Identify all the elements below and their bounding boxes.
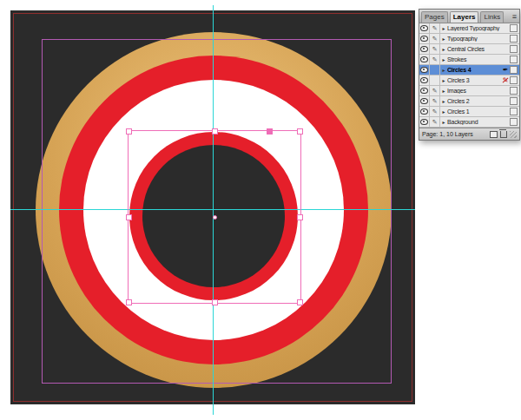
tab-links[interactable]: Links [480,11,504,23]
visibility-toggle[interactable] [419,34,430,43]
layer-color-box [510,66,518,74]
layer-row-background[interactable]: ✎ ▸ Background [419,117,519,128]
layer-color-box [510,97,518,105]
panel-resize-grip[interactable] [510,131,517,138]
eye-icon [420,119,428,125]
expand-triangle-icon[interactable]: ▸ [440,46,447,52]
expand-triangle-icon[interactable]: ▸ [440,25,447,31]
panel-status-bar: Page: 1, 10 Layers [419,128,519,140]
lock-pencil-icon: ✎ [432,56,438,62]
layer-row-typography[interactable]: ✎ ▸ Typography [419,34,519,44]
eye-icon [420,88,428,94]
selection-handle[interactable] [126,299,132,305]
layer-row-strokes[interactable]: ✎ ▸ Strokes [419,55,519,65]
eye-icon [420,98,428,104]
lock-toggle[interactable]: ✎ [430,34,440,43]
lock-toggle[interactable]: ✎ [430,23,440,33]
expand-triangle-icon[interactable]: ▸ [440,119,447,125]
lock-toggle[interactable]: ✎ [430,44,440,54]
lock-pencil-icon: ✎ [432,108,438,115]
lock-toggle[interactable]: ✎ [430,117,440,127]
visibility-toggle[interactable] [419,65,430,75]
layer-name: Circles 3 [447,77,501,83]
eye-icon [420,108,428,115]
lock-toggle[interactable]: ✎ [430,86,440,95]
lock-toggle[interactable]: ✎ [430,107,440,116]
lock-pencil-icon: ✎ [432,88,438,94]
expand-triangle-icon[interactable]: ▸ [440,88,447,94]
selection-handle-filled[interactable] [267,128,273,135]
expand-triangle-icon[interactable]: ▸ [440,98,447,104]
expand-triangle-icon[interactable]: ▸ [440,56,447,62]
layer-color-box [510,108,518,115]
tab-layers[interactable]: Layers [450,11,479,23]
lock-toggle[interactable] [430,65,440,75]
expand-triangle-icon[interactable]: ▸ [440,36,447,42]
lock-pencil-icon: ✎ [432,25,438,31]
layer-name: Strokes [447,56,510,62]
panel-tab-bar: Pages Layers Links ≡ [419,10,519,23]
selection-handle[interactable] [212,299,218,305]
selection-handle[interactable] [297,128,303,135]
layer-name: Central Circles [447,46,510,52]
visibility-toggle[interactable] [419,86,430,95]
expand-triangle-icon[interactable]: ▸ [440,77,447,83]
lock-pencil-icon: ✎ [432,46,438,52]
new-layer-button-icon[interactable] [490,131,498,138]
status-text: Page: 1, 10 Layers [422,131,473,137]
layer-color-box [510,24,518,32]
layer-row-central-circles[interactable]: ✎ ▸ Central Circles [419,44,519,55]
selection-bounding-box[interactable] [128,130,301,304]
layer-row-circles-4[interactable]: ▸ Circles 4 ✒ [419,65,519,75]
visibility-toggle[interactable] [419,44,430,54]
layer-color-box [510,87,518,95]
application-window: Pages Layers Links ≡ ✎ ▸ Layered Typogra… [0,0,521,420]
no-edit-pencil-icon: ✎ [501,76,510,84]
tab-pages[interactable]: Pages [421,11,448,23]
visibility-toggle[interactable] [419,55,430,64]
visibility-toggle[interactable] [419,23,430,33]
panel-menu-icon[interactable]: ≡ [512,12,519,23]
layer-row-layered-typography[interactable]: ✎ ▸ Layered Typography [419,23,519,34]
selection-handle[interactable] [126,128,132,135]
expand-triangle-icon[interactable]: ▸ [440,67,447,73]
layer-row-images[interactable]: ✎ ▸ Images [419,86,519,96]
layer-color-box [510,45,518,53]
layer-row-circles-3[interactable]: ▸ Circles 3 ✎ [419,75,519,86]
layer-row-circles-1[interactable]: ✎ ▸ Circles 1 [419,107,519,117]
lock-toggle[interactable]: ✎ [430,96,440,106]
layer-name: Circles 1 [447,108,510,115]
eye-icon [420,67,428,73]
eye-icon [420,25,428,31]
layer-list: ✎ ▸ Layered Typography ✎ ▸ Typography ✎ … [419,23,519,128]
lock-toggle[interactable] [430,75,440,85]
layer-name: Background [447,119,510,125]
selection-handle[interactable] [297,214,303,220]
selection-center-point[interactable] [213,215,217,220]
expand-triangle-icon[interactable]: ▸ [440,108,447,115]
delete-layer-button-icon[interactable] [500,131,507,138]
eye-icon [420,46,428,52]
layer-name: Layered Typography [447,25,510,31]
layers-panel: Pages Layers Links ≡ ✎ ▸ Layered Typogra… [419,9,520,141]
eye-icon [420,36,428,42]
selection-handle[interactable] [297,299,303,305]
lock-pencil-icon: ✎ [432,119,438,125]
lock-toggle[interactable]: ✎ [430,55,440,64]
visibility-toggle[interactable] [419,107,430,116]
eye-icon [420,77,428,83]
layer-name: Circles 2 [447,98,510,104]
layer-name: Images [447,88,510,94]
visibility-toggle[interactable] [419,117,430,127]
selection-handle[interactable] [126,214,132,220]
layer-row-circles-2[interactable]: ✎ ▸ Circles 2 [419,96,519,107]
lock-pencil-icon: ✎ [432,98,438,104]
layer-name: Typography [447,36,510,42]
layer-color-box [510,35,518,43]
selection-handle[interactable] [212,128,218,135]
visibility-toggle[interactable] [419,75,430,85]
layer-name: Circles 4 [447,67,501,73]
lock-pencil-icon: ✎ [432,36,438,42]
eye-icon [420,56,428,62]
visibility-toggle[interactable] [419,96,430,106]
